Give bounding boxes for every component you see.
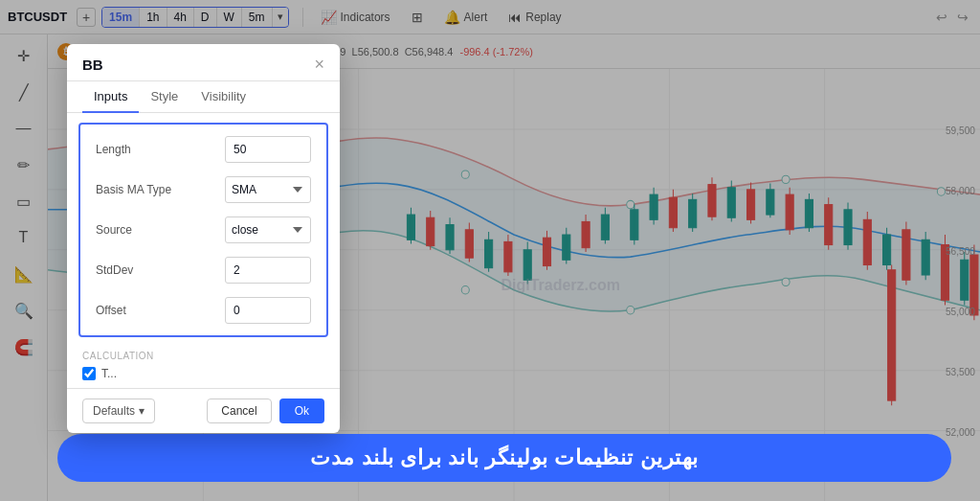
source-row: Source close open high low [96, 216, 311, 243]
defaults-button[interactable]: Defaults ▾ [82, 399, 155, 423]
tab-inputs[interactable]: Inputs [82, 81, 139, 113]
calculation-section: CALCULATION T... [67, 347, 340, 388]
stddev-label: StdDev [96, 263, 172, 277]
dialog-footer: Defaults ▾ Cancel Ok [67, 388, 340, 433]
defaults-label: Defaults [93, 404, 135, 418]
footer-right: Cancel Ok [207, 399, 324, 423]
tab-visibility[interactable]: Visibility [189, 81, 257, 113]
blue-banner: بهترین تنظیمات بولینگر باند برای بلند مد… [57, 434, 951, 482]
dialog-header: BB × [67, 44, 340, 81]
calc-checkbox-row: T... [82, 367, 324, 380]
offset-label: Offset [96, 304, 172, 317]
ok-button[interactable]: Ok [279, 399, 324, 423]
dialog-tabs: Inputs Style Visibility [67, 81, 340, 113]
offset-input[interactable] [225, 297, 311, 324]
source-select[interactable]: close open high low [225, 216, 311, 243]
bb-settings-dialog: BB × Inputs Style Visibility Length Basi… [67, 44, 340, 433]
dialog-close-button[interactable]: × [314, 56, 324, 73]
tab-style[interactable]: Style [139, 81, 189, 113]
stddev-input[interactable] [225, 257, 311, 284]
cancel-button[interactable]: Cancel [207, 399, 271, 423]
stddev-row: StdDev [96, 257, 311, 284]
defaults-chevron-icon: ▾ [139, 404, 145, 418]
inputs-panel: Length Basis MA Type SMA EMA WMA Source … [78, 123, 328, 337]
source-label: Source [96, 223, 172, 237]
length-row: Length [96, 136, 311, 163]
length-label: Length [96, 143, 172, 156]
calc-checkbox[interactable] [82, 367, 96, 380]
basis-ma-label: Basis MA Type [96, 183, 172, 196]
length-input[interactable] [225, 136, 311, 163]
calc-text: T... [101, 367, 117, 380]
banner-text: بهترین تنظیمات بولینگر باند برای بلند مد… [310, 445, 698, 470]
basis-ma-select[interactable]: SMA EMA WMA [225, 176, 311, 203]
calc-label: CALCULATION [82, 351, 324, 361]
basis-ma-row: Basis MA Type SMA EMA WMA [96, 176, 311, 203]
dialog-title: BB [82, 57, 103, 73]
offset-row: Offset [96, 297, 311, 324]
